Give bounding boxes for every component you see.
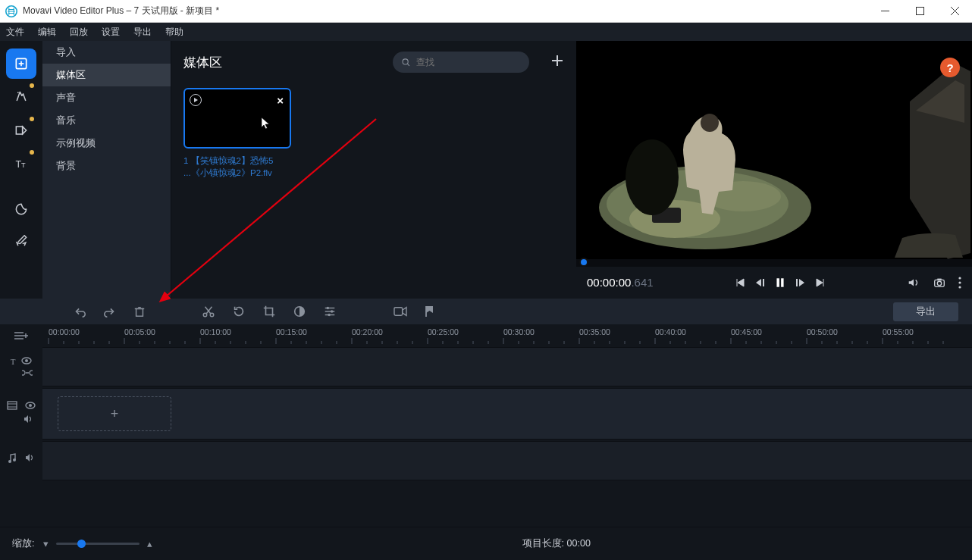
video-track[interactable]: + [42,388,972,440]
menu-edit[interactable]: 编辑 [38,26,56,39]
tool-filters[interactable] [6,82,36,112]
clip-label: 1 【笑镇惊魂2】恐怖5 ...《小镇惊魂2》P2.flv [183,155,291,179]
svg-point-42 [327,307,330,310]
sidebar-item-media[interactable]: 媒体区 [42,64,171,86]
ruler-tick: 00:45:00 [731,327,762,336]
skip-forward-icon[interactable] [815,277,826,288]
add-media-button[interactable] [550,54,564,71]
clip-properties-icon[interactable] [323,305,337,318]
remove-clip-icon[interactable]: × [277,94,284,107]
menu-playback[interactable]: 回放 [70,26,88,39]
tool-titles[interactable]: TT [6,149,36,179]
maximize-button[interactable] [902,0,937,23]
audio-track[interactable] [42,441,972,480]
link-icon[interactable] [22,369,33,377]
svg-point-24 [626,139,679,215]
ruler-tick: 00:40:00 [655,327,686,336]
zoom-thumb[interactable] [77,540,86,548]
side-panel: 导入 媒体区 声音 音乐 示例视频 背景 [42,41,171,299]
menu-file[interactable]: 文件 [6,26,24,39]
play-overlay-icon[interactable] [190,94,202,106]
mute-icon[interactable] [23,415,33,424]
svg-rect-29 [937,279,941,281]
search-box[interactable] [393,52,529,73]
svg-point-12 [403,58,408,64]
volume-icon[interactable] [907,276,920,289]
sidebar-item-sound[interactable]: 声音 [42,86,171,109]
main-area: TT 导入 媒体区 声音 音乐 示例视频 背景 媒体区 [0,41,972,299]
tool-stickers[interactable] [6,194,36,224]
audio-track-icon [8,452,17,463]
media-clip[interactable]: × 1 【笑镇惊魂2】恐怖5 ...《小镇惊魂2》P2.flv [183,88,291,179]
zoom-out-icon[interactable]: ▾ [43,538,49,549]
zoom-slider[interactable]: ▾ ▴ [43,538,152,549]
snapshot-icon[interactable] [933,276,946,289]
sidebar-item-import[interactable]: 导入 [42,41,171,64]
visibility-icon[interactable] [21,357,32,364]
titlebar: Movavi Video Editor Plus – 7 天试用版 - 新项目 … [0,0,972,23]
svg-point-23 [701,114,719,132]
mute-icon[interactable] [24,453,35,462]
add-track-button[interactable] [0,324,42,347]
menu-export[interactable]: 导出 [133,26,152,39]
minimize-button[interactable] [867,0,902,23]
crop-icon[interactable] [262,305,276,318]
rotate-icon[interactable] [232,305,246,318]
menu-settings[interactable]: 设置 [102,26,120,39]
timeline-ruler[interactable]: 00:00:00 00:05:00 00:10:00 00:15:00 00:2… [42,324,972,347]
pause-icon[interactable] [774,277,786,289]
clip-thumbnail[interactable]: × [183,88,291,149]
more-options-icon[interactable] [958,277,961,289]
undo-icon[interactable] [73,305,86,318]
skip-back-icon[interactable] [735,277,745,288]
timeline-tracks[interactable]: 00:00:00 00:05:00 00:10:00 00:15:00 00:2… [42,324,972,527]
svg-rect-25 [776,278,779,286]
frame-back-icon[interactable] [754,277,765,288]
audio-track-head[interactable] [0,438,42,477]
timeline: T 00:00:00 00:05:00 00:10:00 00:15:00 0 [0,324,972,527]
tool-import[interactable] [6,48,36,79]
svg-point-36 [203,313,207,317]
title-track[interactable] [42,347,972,386]
help-button[interactable]: ? [940,58,960,77]
notification-dot-icon [30,117,34,121]
notification-dot-icon [30,150,34,155]
menu-help[interactable]: 帮助 [165,26,183,39]
ruler-tick: 00:00:00 [49,327,80,336]
sidebar-item-background[interactable]: 背景 [42,155,171,177]
delete-icon[interactable] [133,305,146,318]
export-button[interactable]: 导出 [893,302,958,321]
svg-point-8 [17,92,19,93]
preview-video[interactable] [576,41,972,259]
split-icon[interactable] [202,305,215,318]
media-panel-title: 媒体区 [183,54,222,71]
svg-rect-45 [394,308,403,316]
redo-icon[interactable] [103,305,117,318]
svg-point-31 [958,281,961,283]
title-track-head[interactable]: T [0,347,42,386]
frame-forward-icon[interactable] [795,277,806,288]
zoom-in-icon[interactable]: ▴ [147,538,152,549]
ruler-tick: 00:25:00 [428,327,459,336]
tool-transitions[interactable] [6,115,36,145]
visibility-icon[interactable] [25,402,36,409]
preview-seek-slider[interactable] [576,259,972,267]
tool-more[interactable] [6,227,36,258]
search-input[interactable] [416,57,520,67]
marker-icon[interactable] [425,305,435,318]
sidebar-item-sample-video[interactable]: 示例视频 [42,132,171,155]
window-title: Movavi Video Editor Plus – 7 天试用版 - 新项目 … [23,5,867,17]
svg-point-59 [8,460,11,463]
record-voiceover-icon[interactable] [393,305,408,318]
drop-zone[interactable]: + [58,396,171,431]
sidebar-item-music[interactable]: 音乐 [42,109,171,132]
video-frame-illustration [576,41,972,259]
ruler-tick: 00:35:00 [579,327,610,336]
video-track-head[interactable] [0,386,42,438]
project-length: 项目长度: 00:00 [522,537,591,550]
seek-thumb-icon[interactable] [579,258,588,267]
close-button[interactable] [937,0,972,23]
timecode: 00:00:00.641 [587,276,654,289]
notification-dot-icon [30,83,34,88]
color-adjust-icon[interactable] [293,305,306,318]
